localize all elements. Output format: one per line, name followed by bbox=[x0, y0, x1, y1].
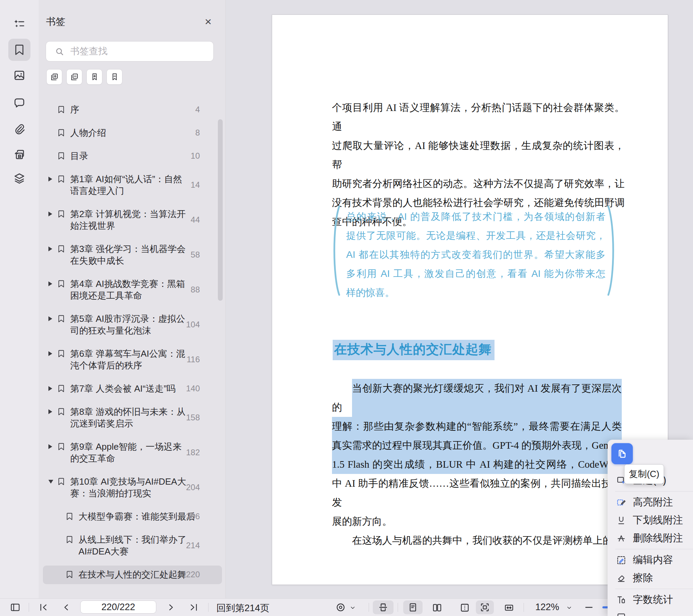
back-to-page-button[interactable]: 回到第214页 bbox=[216, 602, 269, 614]
bookmark-item[interactable]: 第9章 Apple智能，一场迟来的交互革命182 bbox=[39, 441, 225, 464]
text-line-selected: 当创新大赛的聚光灯缓缓熄灭，我们对 AI 发展有了更深层次的 bbox=[332, 379, 622, 417]
bookmark-label: 第2章 计算机视觉：当算法开始注视世界 bbox=[70, 208, 190, 232]
zoom-dropdown[interactable] bbox=[565, 604, 573, 612]
book-view-button[interactable] bbox=[456, 601, 474, 614]
expand-all-button[interactable] bbox=[46, 69, 62, 85]
bookmark-page: 88 bbox=[191, 285, 200, 295]
page-number-input[interactable] bbox=[80, 600, 156, 614]
bookmark-label: 从线上到线下：我们举办了AI#DEA大赛 bbox=[78, 534, 198, 557]
bookmark-item[interactable]: 第8章 游戏的怀旧与未来：从沉迷到诺奖启示158 bbox=[39, 406, 225, 429]
bookmark-icon bbox=[57, 407, 66, 417]
eye-icon bbox=[335, 602, 346, 613]
bookmark-page: 8 bbox=[195, 128, 200, 138]
chevron-right-icon[interactable] bbox=[48, 383, 57, 391]
bookmark-item[interactable]: 人物介绍8 bbox=[39, 127, 225, 139]
bookmark-page: 58 bbox=[191, 250, 200, 260]
next-page-button[interactable] bbox=[164, 601, 178, 613]
chevron-right-icon[interactable] bbox=[48, 313, 57, 321]
images-tab-button[interactable] bbox=[8, 64, 30, 86]
ai-list-button[interactable] bbox=[8, 13, 30, 35]
bookmark-item[interactable]: 从线上到线下：我们举办了AI#DEA大赛214 bbox=[39, 534, 225, 557]
add-bookmark-button[interactable] bbox=[86, 69, 102, 85]
comments-tab-button[interactable] bbox=[8, 92, 30, 114]
bookmark-item[interactable]: 目录10 bbox=[39, 150, 225, 162]
view-mode-dropdown[interactable] bbox=[349, 604, 357, 612]
separator bbox=[369, 603, 369, 612]
close-panel-button[interactable]: × bbox=[201, 15, 215, 28]
fit-width-button[interactable] bbox=[501, 601, 517, 614]
bookmark-icon bbox=[57, 477, 66, 486]
collapse-all-button[interactable] bbox=[66, 69, 82, 85]
single-page-button[interactable] bbox=[403, 600, 423, 614]
expand-all-icon bbox=[50, 72, 59, 82]
layers-tab-button[interactable] bbox=[8, 167, 30, 189]
chevron-down-icon[interactable] bbox=[48, 476, 57, 484]
menu-item-word-count[interactable]: 字数统计 bbox=[608, 591, 693, 609]
bookmark-item[interactable]: 序4 bbox=[39, 104, 225, 115]
bookmark-label: 第9章 Apple智能，一场迟来的交互革命 bbox=[70, 441, 190, 464]
word-count-icon bbox=[616, 595, 627, 605]
bookmark-item[interactable]: 大模型争霸赛：谁能笑到最后206 bbox=[39, 511, 225, 522]
bookmark-item[interactable]: 第1章 AI如何“说人话”：自然语言处理入门14 bbox=[39, 173, 225, 197]
menu-label: 高亮附注 bbox=[633, 495, 673, 509]
quick-copy-button[interactable] bbox=[611, 443, 633, 464]
cut-off-icon bbox=[616, 613, 627, 616]
menu-item-underline-annotation[interactable]: 下划线附注 bbox=[608, 511, 693, 529]
bookmarks-tab-button[interactable] bbox=[8, 39, 30, 61]
bookmark-item[interactable]: 第2章 计算机视觉：当算法开始注视世界44 bbox=[39, 208, 225, 232]
left-icon-rail bbox=[0, 0, 39, 599]
chevron-right-icon[interactable] bbox=[48, 278, 57, 286]
bookmark-label: 序 bbox=[70, 104, 190, 115]
bookmark-icon bbox=[65, 535, 74, 544]
two-page-button[interactable] bbox=[428, 601, 446, 614]
bookmark-icon bbox=[65, 512, 74, 521]
bookmark-item[interactable]: 第6章 弹幕驾车与AI公寓：混沌个体背后的秩序116 bbox=[39, 348, 225, 371]
chevron-right-icon[interactable] bbox=[48, 243, 57, 251]
fit-width-icon bbox=[503, 602, 515, 613]
bookmark-search-input[interactable] bbox=[70, 46, 202, 57]
bookmark-icon bbox=[65, 570, 74, 579]
single-page-icon bbox=[407, 602, 418, 613]
attachments-tab-button[interactable] bbox=[8, 119, 30, 141]
paperclip-icon bbox=[13, 123, 26, 136]
copy-icon bbox=[616, 448, 628, 460]
separator bbox=[398, 603, 398, 612]
bookmark-item[interactable]: 第7章 人类会被 AI“送走”吗140 bbox=[39, 383, 225, 394]
last-page-button[interactable] bbox=[187, 601, 201, 613]
bookmark-label: 第1章 AI如何“说人话”：自然语言处理入门 bbox=[70, 173, 190, 197]
previous-page-button[interactable] bbox=[59, 601, 73, 613]
fit-page-button[interactable] bbox=[476, 600, 494, 614]
bookmark-item[interactable]: 第4章 AI挑战数学竞赛：黑箱困境还是工具革命88 bbox=[39, 278, 225, 301]
bookmark-icon bbox=[57, 314, 66, 324]
page-copy-tab-button[interactable] bbox=[8, 143, 30, 166]
chevron-right-icon[interactable] bbox=[48, 208, 57, 216]
text-line: 个项目利用 AI 语义理解算法，分析热门话题下的社会群体聚类。通 bbox=[332, 98, 625, 136]
chevron-right-icon[interactable] bbox=[48, 441, 57, 449]
bookmark-item[interactable]: 第10章 AI竞技场与AI#DEA大赛：当浪潮拍打现实204 bbox=[39, 476, 225, 499]
continuous-scroll-button[interactable] bbox=[373, 600, 394, 614]
panel-scrollbar[interactable] bbox=[218, 119, 223, 301]
first-page-button[interactable] bbox=[37, 601, 50, 613]
zoom-out-button[interactable] bbox=[583, 602, 595, 613]
zoom-level-button[interactable]: 122% bbox=[535, 602, 559, 613]
erase-icon bbox=[616, 573, 627, 584]
menu-item-strikethrough-annotation[interactable]: 删除线附注 bbox=[608, 529, 693, 547]
minus-icon bbox=[583, 602, 594, 613]
bookmark-item-selected[interactable]: 在技术与人性的交汇处起舞220 bbox=[39, 569, 225, 580]
bookmark-icon bbox=[13, 43, 26, 56]
chevron-right-icon[interactable] bbox=[48, 348, 57, 356]
menu-item-erase[interactable]: 擦除 bbox=[608, 569, 693, 587]
bookmark-item[interactable]: 第5章 AI股市浮沉录：虚拟公司的狂欢与量化泡沫104 bbox=[39, 313, 225, 336]
toggle-sidebar-button[interactable] bbox=[8, 601, 22, 613]
bookmark-page: 182 bbox=[186, 448, 200, 457]
menu-item-cut-off[interactable] bbox=[608, 609, 693, 616]
bookmark-icon bbox=[57, 244, 66, 254]
chevron-right-icon[interactable] bbox=[48, 406, 57, 414]
bottom-toolbar: 回到第214页 122% bbox=[0, 598, 693, 616]
view-mode-button[interactable] bbox=[334, 601, 347, 613]
remove-bookmark-button[interactable] bbox=[107, 69, 122, 85]
menu-item-highlight-annotation[interactable]: 高亮附注 bbox=[608, 493, 693, 511]
menu-item-edit-content[interactable]: 编辑内容 bbox=[608, 551, 693, 569]
bookmark-item[interactable]: 第3章 强化学习：当机器学会在失败中成长58 bbox=[39, 243, 225, 267]
chevron-right-icon[interactable] bbox=[48, 173, 57, 181]
